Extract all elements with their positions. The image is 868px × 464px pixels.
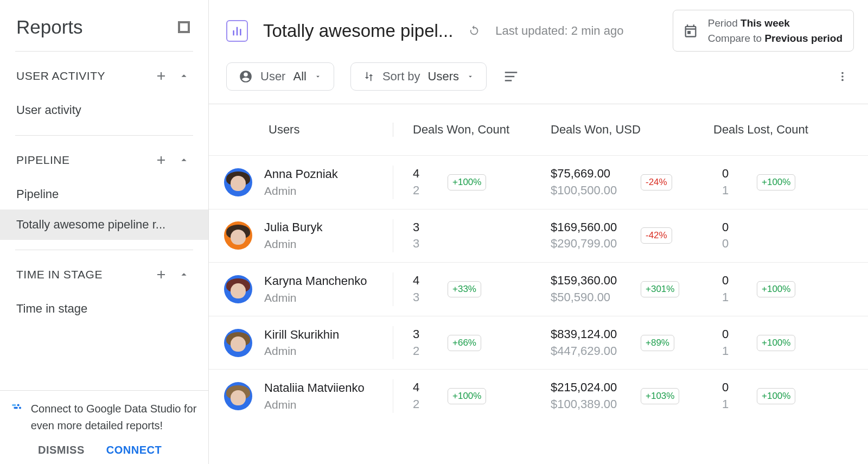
user-name: Karyna Manchenko [264,273,367,290]
user-role: Admin [264,290,367,306]
data-studio-icon [12,401,21,412]
avatar [224,221,252,250]
plus-icon [155,268,168,281]
sort-selector[interactable]: Sort by Users [350,62,487,91]
metric-current: 3 [413,219,439,236]
chevron-down-icon [314,73,322,80]
metric-previous: 2 [413,343,439,360]
chevron-up-icon [178,154,190,166]
section-title: TIME IN STAGE [16,268,146,281]
metric-previous: $100,389.00 [551,396,632,413]
calendar-icon [683,23,698,39]
metric-current: 0 [722,326,748,343]
svg-point-3 [19,406,21,409]
metric-cell: 0 1 +100% [703,326,865,360]
user-name: Nataliia Matviienko [264,380,365,397]
sort-value: Users [428,69,459,84]
plus-icon [155,154,168,167]
main-content: Totally awesome pipel... Last updated: 2… [209,0,868,464]
last-updated: Last updated: 2 min ago [495,24,623,38]
metric-previous: $290,799.00 [551,236,632,252]
metric-cell: 3 2 +66% [393,326,540,360]
nav-item[interactable]: Time in stage [0,294,208,324]
table-row[interactable]: Kirill Skurikhin Admin 3 2 +66% $839,124… [209,316,868,370]
more-menu[interactable] [837,71,854,82]
user-role: Admin [264,397,365,412]
user-filter[interactable]: User All [226,62,334,91]
connect-button[interactable]: CONNECT [106,444,162,456]
metric-previous: 2 [413,182,439,199]
metric-current: 0 [722,379,748,396]
delta-badge: +100% [757,388,795,404]
collapse-button[interactable] [176,266,192,283]
col-deals-won-usd[interactable]: Deals Won, USD [540,123,703,137]
dismiss-button[interactable]: DISMISS [38,444,85,456]
delta-badge: +100% [448,174,486,190]
metric-previous: 0 [722,236,748,252]
metric-cell: 3 3 [393,219,540,253]
density-toggle[interactable] [503,68,519,85]
collapse-button[interactable] [176,152,192,168]
add-report-button[interactable] [153,266,169,283]
nav-item[interactable]: Totally awesome pipeline r... [0,209,208,240]
promo-text: Connect to Google Data Studio for even m… [31,401,197,434]
col-deals-lost-count[interactable]: Deals Lost, Count [703,123,865,137]
sidebar-title: Reports [16,16,83,38]
delta-badge: +100% [757,335,795,351]
sidebar: Reports USER ACTIVITY User activity PIPE… [0,0,209,464]
metric-cell: 4 2 +100% [393,166,540,199]
user-name: Anna Pozniak [264,166,338,183]
add-report-button[interactable] [153,68,169,84]
metric-current: $215,024.00 [551,379,632,396]
delta-badge: +301% [641,281,679,297]
user-name: Kirill Skurikhin [264,327,339,344]
svg-point-7 [841,72,844,74]
table-row[interactable]: Anna Pozniak Admin 4 2 +100% $75,669.00 … [209,155,868,209]
delta-badge: -42% [641,227,672,244]
table-row[interactable]: Julia Buryk Admin 3 3 $169,560.00 $290,7… [209,209,868,263]
section-header[interactable]: USER ACTIVITY [0,52,208,95]
filter-bar: User All Sort by Users [209,52,868,104]
metric-previous: 1 [722,343,748,360]
collapse-button[interactable] [176,68,192,84]
period-selector[interactable]: Period This week Compare to Previous per… [673,10,854,52]
user-icon [239,69,253,84]
sort-label: Sort by [382,69,420,84]
section-header[interactable]: TIME IN STAGE [0,250,208,294]
period-label: Period [708,17,738,29]
users-table: Users Deals Won, Count Deals Won, USD De… [209,104,868,423]
sidebar-layout-toggle[interactable] [176,19,192,35]
report-title: Totally awesome pipel... [263,21,453,41]
delta-badge: +103% [641,388,679,404]
table-row[interactable]: Karyna Manchenko Admin 4 3 +33% $159,360… [209,262,868,316]
nav-item[interactable]: Pipeline [0,179,208,209]
section-header[interactable]: PIPELINE [0,136,208,179]
metric-cell: $159,360.00 $50,590.00 +301% [540,272,703,306]
user-filter-value: All [293,69,306,84]
metric-current: 0 [722,166,748,182]
metric-previous: 2 [413,396,439,413]
metric-cell: 0 1 +100% [703,166,865,199]
delta-badge: -24% [641,174,672,190]
metric-previous: 1 [722,289,748,306]
add-report-button[interactable] [153,152,169,168]
metric-current: 3 [413,326,439,343]
delta-badge: +33% [448,281,481,297]
col-deals-won-count[interactable]: Deals Won, Count [393,123,540,137]
last-updated-value: 2 min ago [571,24,624,37]
metric-current: $159,360.00 [551,272,632,289]
metric-previous: $50,590.00 [551,289,632,306]
data-studio-promo: Connect to Google Data Studio for even m… [0,390,208,441]
user-filter-label: User [260,69,285,84]
metric-previous: 1 [722,182,748,199]
period-value: This week [741,17,790,29]
compare-value: Previous period [764,33,843,44]
table-row[interactable]: Nataliia Matviienko Admin 4 2 +100% $215… [209,369,868,423]
section-title: USER ACTIVITY [16,69,146,82]
refresh-icon[interactable] [468,25,480,37]
col-users[interactable]: Users [209,123,393,137]
nav-item[interactable]: User activity [0,95,208,125]
metric-cell: 0 1 +100% [703,379,865,413]
avatar [224,275,252,303]
sort-icon [363,71,375,82]
